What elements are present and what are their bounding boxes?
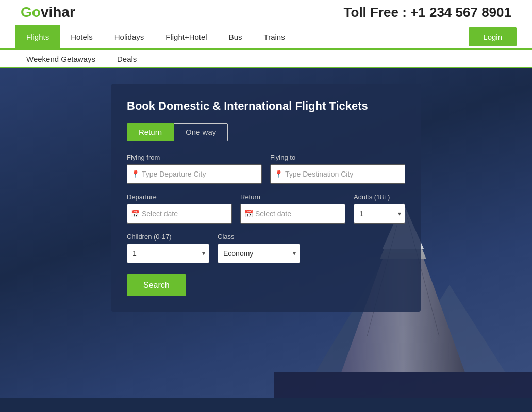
nav-items: Flights Hotels Holidays Flight+Hotel Bus… [15, 25, 469, 48]
flying-to-group: Flying to 📍 [270, 153, 405, 184]
adults-label: Adults (18+) [354, 193, 405, 201]
toll-free-number: +1 234 567 8901 [410, 5, 511, 20]
nav-holidays[interactable]: Holidays [104, 25, 155, 48]
location-to-icon: 📍 [274, 170, 283, 178]
location-from-icon: 📍 [131, 170, 140, 178]
nav-weekend-getaways[interactable]: Weekend Getaways [15, 50, 106, 67]
class-group: Class Economy Business First Class [218, 233, 300, 263]
nav-trains[interactable]: Trains [253, 25, 296, 48]
toll-free-label: Toll Free : [344, 5, 411, 20]
class-select-wrapper: Economy Business First Class [218, 244, 300, 263]
departure-group: Departure 📅 [127, 193, 232, 224]
header: Govihar Toll Free : +1 234 567 8901 [0, 0, 532, 25]
trip-type-selector: Return One way [127, 123, 405, 141]
nav-deals[interactable]: Deals [106, 50, 147, 67]
login-button[interactable]: Login [469, 27, 517, 46]
departure-input[interactable] [127, 204, 232, 224]
flying-to-input[interactable] [270, 164, 405, 184]
flying-from-input-wrapper: 📍 [127, 164, 262, 184]
logo: Govihar [21, 4, 75, 21]
nav-row2: Weekend Getaways Deals [0, 50, 532, 68]
children-label: Children (0-17) [127, 233, 209, 241]
flying-from-group: Flying from 📍 [127, 153, 262, 184]
search-button[interactable]: Search [127, 274, 186, 296]
nav-bar: Flights Hotels Holidays Flight+Hotel Bus… [0, 25, 532, 50]
svg-rect-7 [274, 372, 532, 398]
flying-to-label: Flying to [270, 153, 405, 161]
flying-to-input-wrapper: 📍 [270, 164, 405, 184]
search-card: Book Domestic & International Flight Tic… [111, 84, 421, 312]
toll-free: Toll Free : +1 234 567 8901 [344, 5, 511, 21]
return-button[interactable]: Return [127, 123, 174, 141]
flying-from-label: Flying from [127, 153, 262, 161]
adults-select-wrapper: 1 2 3 4 [354, 204, 405, 224]
return-input[interactable] [240, 204, 345, 224]
return-label: Return [240, 193, 345, 201]
nav-hotels[interactable]: Hotels [60, 25, 104, 48]
nav-flights[interactable]: Flights [15, 25, 60, 48]
flying-from-input[interactable] [127, 164, 262, 184]
logo-go: Go [21, 4, 41, 20]
adults-group: Adults (18+) 1 2 3 4 [354, 193, 405, 224]
hero-section: Book Domestic & International Flight Tic… [0, 68, 532, 398]
class-label: Class [218, 233, 300, 241]
one-way-button[interactable]: One way [174, 123, 228, 141]
return-input-wrapper: 📅 [240, 204, 345, 224]
departure-input-wrapper: 📅 [127, 204, 232, 224]
return-group: Return 📅 [240, 193, 345, 224]
class-select[interactable]: Economy Business First Class [218, 244, 300, 263]
children-group: Children (0-17) 1 2 3 [127, 233, 209, 263]
children-select-wrapper: 1 2 3 [127, 244, 209, 263]
children-class-row: Children (0-17) 1 2 3 Class Economy Busi… [127, 233, 405, 263]
calendar-departure-icon: 📅 [131, 210, 140, 218]
adults-select[interactable]: 1 2 3 4 [354, 204, 405, 224]
nav-flight-hotel[interactable]: Flight+Hotel [155, 25, 218, 48]
calendar-return-icon: 📅 [244, 210, 253, 218]
logo-vihar: vihar [41, 4, 75, 20]
departure-label: Departure [127, 193, 232, 201]
card-title: Book Domestic & International Flight Tic… [127, 99, 405, 113]
children-select[interactable]: 1 2 3 [127, 244, 209, 263]
nav-bus[interactable]: Bus [218, 25, 253, 48]
dates-adults-row: Departure 📅 Return 📅 Adults (18+) 1 [127, 193, 405, 224]
origin-destination-row: Flying from 📍 Flying to 📍 [127, 153, 405, 184]
